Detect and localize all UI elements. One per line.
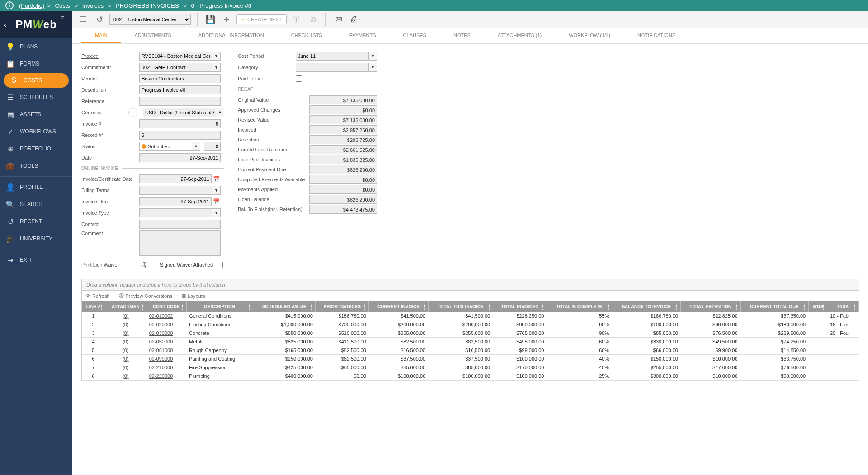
attachment-link[interactable]: (0) <box>123 313 128 319</box>
invoice-num-input[interactable] <box>139 119 221 128</box>
paid-in-full-checkbox[interactable] <box>296 75 302 82</box>
column-menu-icon[interactable]: ⋮ <box>674 304 679 310</box>
attachment-link[interactable]: (0) <box>123 322 128 327</box>
project-dropdown[interactable]: 002 - Boston Medical Center - Bosto <box>109 14 191 25</box>
column-header[interactable]: PRIOR INVOICES⋮ <box>316 301 369 312</box>
history-icon[interactable]: ↺ <box>93 13 106 26</box>
email-icon[interactable]: ✉ <box>332 13 345 26</box>
table-row[interactable]: 4 (0) 02-050000 Metals $825,000.00$412,5… <box>82 338 859 346</box>
collapse-sidebar-icon[interactable]: ‹ <box>4 19 7 30</box>
sidebar-item-profile[interactable]: 👤PROFILE <box>0 179 72 196</box>
project-label[interactable]: Project* <box>81 53 136 59</box>
tab-main[interactable]: MAIN <box>81 28 121 43</box>
project-select[interactable]: ▼ <box>139 52 221 61</box>
billing-terms-select[interactable]: ▼ <box>139 186 221 195</box>
sidebar-item-costs[interactable]: $COSTS <box>4 73 69 88</box>
commitment-select[interactable]: ▼ <box>139 63 221 72</box>
tab-attachments-[interactable]: ATTACHMENTS (1) <box>484 28 555 43</box>
status-extra-input[interactable] <box>204 142 221 151</box>
commitment-label[interactable]: Commitment* <box>81 65 136 70</box>
invoice-due-input[interactable]: 📅 <box>139 197 221 206</box>
column-header[interactable]: COST CODE⋮ <box>146 301 186 312</box>
info-icon[interactable]: i <box>5 1 14 9</box>
breadcrumb-item[interactable]: 6 - Progress Invoice #6 <box>191 2 251 9</box>
save-icon[interactable]: 💾 <box>204 13 217 26</box>
table-row[interactable]: 7 (0) 02-210000 Fire Suppression $425,00… <box>82 363 859 372</box>
column-menu-icon[interactable]: ⋮ <box>362 304 368 310</box>
attachment-link[interactable]: (0) <box>123 356 128 362</box>
breadcrumb-item[interactable]: PROGRESS INVOICES <box>116 2 179 9</box>
column-header[interactable]: TASK⋮ <box>827 301 859 312</box>
column-header[interactable]: LINE #⋮ <box>82 301 105 312</box>
cost-code-link[interactable]: 02-020000 <box>149 322 173 327</box>
breadcrumb-item[interactable]: Costs <box>55 2 70 9</box>
signed-waiver-checkbox[interactable] <box>217 262 223 268</box>
sidebar-item-workflows[interactable]: ✓WORKFLOWS <box>0 123 72 140</box>
currency-more-icon[interactable]: ••• <box>128 108 137 117</box>
category-select[interactable]: ▼ <box>296 63 377 72</box>
tab-clauses[interactable]: CLAUSES <box>390 28 440 43</box>
print-lien-icon[interactable]: 🖨 <box>139 260 147 270</box>
table-row[interactable]: 6 (0) 02-099000 Painting and Coating $25… <box>82 355 859 363</box>
column-menu-icon[interactable]: ⋮ <box>821 304 826 310</box>
breadcrumb-item[interactable]: Invoices <box>82 2 104 9</box>
status-select[interactable]: Submitted ▼ <box>139 142 200 151</box>
grid-group-bar[interactable]: Drag a column header and drop it here to… <box>82 279 859 291</box>
table-row[interactable]: 1 (0) 02-010002 General Conditions $415,… <box>82 312 859 320</box>
currency-select[interactable]: ▼ <box>143 108 224 117</box>
table-row[interactable]: 5 (0) 02-061000 Rough Carpentry $165,000… <box>82 346 859 355</box>
table-row[interactable]: 3 (0) 02-030000 Concrete $850,000.00$510… <box>82 329 859 338</box>
inv-cert-date-input[interactable]: 📅 <box>139 174 221 183</box>
column-menu-icon[interactable]: ⋮ <box>734 304 739 310</box>
column-menu-icon[interactable]: ⋮ <box>99 304 104 310</box>
refresh-button[interactable]: ⟳Refresh <box>86 293 110 299</box>
column-header[interactable]: ATTACHMEN⋮ <box>105 301 146 312</box>
sidebar-item-search[interactable]: 🔍SEARCH <box>0 196 72 213</box>
delete-icon[interactable]: 🗑 <box>290 13 303 26</box>
layouts-button[interactable]: ▦Layouts <box>181 293 205 299</box>
cost-code-link[interactable]: 02-010002 <box>149 313 173 319</box>
column-header[interactable]: DESCRIPTION⋮ <box>186 301 253 312</box>
breadcrumb-root[interactable]: (Portfolio) <box>19 2 44 9</box>
cost-code-link[interactable]: 02-030000 <box>149 330 173 336</box>
column-header[interactable]: CURRENT INVOICE⋮ <box>369 301 428 312</box>
attachment-link[interactable]: (0) <box>123 330 128 336</box>
column-menu-icon[interactable]: ⋮ <box>422 304 427 310</box>
table-row[interactable]: 2 (0) 02-020000 Existing Conditions $1,0… <box>82 320 859 329</box>
column-menu-icon[interactable]: ⋮ <box>309 304 314 310</box>
attachment-link[interactable]: (0) <box>123 373 128 379</box>
sidebar-item-exit[interactable]: ➜ EXIT <box>0 251 72 268</box>
contact-input[interactable] <box>139 220 221 229</box>
attachment-link[interactable]: (0) <box>123 348 128 353</box>
list-icon[interactable]: ☰ <box>77 13 90 26</box>
sidebar-item-recent[interactable]: ↺RECENT <box>0 213 72 230</box>
column-header[interactable]: TOTAL RETENTION⋮ <box>681 301 740 312</box>
date-input[interactable] <box>139 153 221 162</box>
column-menu-icon[interactable]: ⋮ <box>140 304 145 310</box>
description-input[interactable] <box>139 85 221 94</box>
column-header[interactable]: TOTAL INVOICED⋮ <box>493 301 547 312</box>
add-icon[interactable]: + <box>220 13 233 26</box>
column-header[interactable]: CURRENT TOTAL DUE⋮ <box>740 301 808 312</box>
column-header[interactable]: TOTAL THIS INVOICE⋮ <box>428 301 493 312</box>
column-header[interactable]: SCHEDULED VALUE⋮ <box>253 301 316 312</box>
column-menu-icon[interactable]: ⋮ <box>605 304 611 310</box>
cost-code-link[interactable]: 02-061000 <box>149 348 173 353</box>
cost-code-link[interactable]: 02-210000 <box>149 365 173 370</box>
tab-adjustments[interactable]: ADJUSTMENTS <box>121 28 185 43</box>
cost-period-select[interactable]: ▼ <box>296 52 377 61</box>
vendor-input[interactable] <box>139 74 221 83</box>
tab-checklists[interactable]: CHECKLISTS <box>278 28 336 43</box>
reference-input[interactable] <box>139 97 221 106</box>
sidebar-item-plans[interactable]: 💡PLANS <box>0 38 72 55</box>
sidebar-item-university[interactable]: 🎓UNIVERSITY <box>0 230 72 247</box>
column-header[interactable]: BALANCE TO INVOICE⋮ <box>612 301 681 312</box>
cost-code-link[interactable]: 02-220000 <box>149 373 173 379</box>
tab-workflow-[interactable]: WORKFLOW (1/4) <box>555 28 624 43</box>
calendar-icon[interactable]: 📅 <box>212 197 221 206</box>
column-menu-icon[interactable]: ⋮ <box>486 304 492 310</box>
attachment-link[interactable]: (0) <box>123 365 128 370</box>
table-row[interactable]: 8 (0) 02-220000 Plumbing $400,000.00$0.0… <box>82 372 859 381</box>
calendar-icon[interactable]: 📅 <box>212 174 221 183</box>
column-menu-icon[interactable]: ⋮ <box>802 304 807 310</box>
